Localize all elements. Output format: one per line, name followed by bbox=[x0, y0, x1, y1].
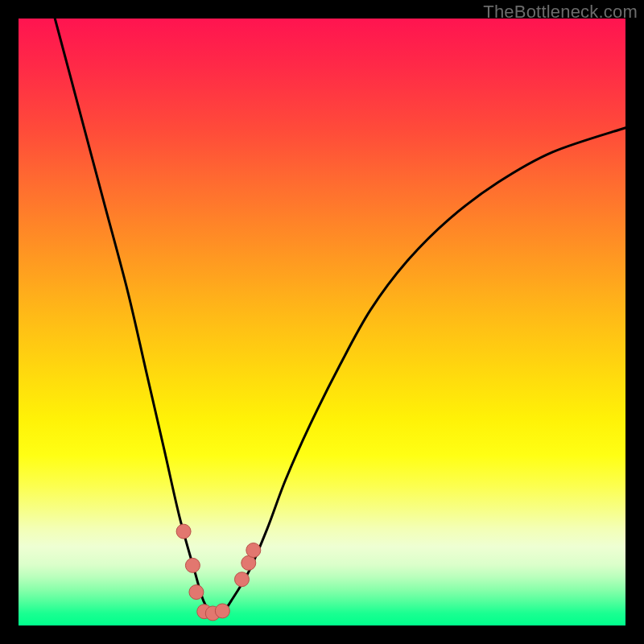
data-marker bbox=[234, 572, 249, 587]
data-marker bbox=[185, 558, 200, 572]
data-marker bbox=[242, 555, 256, 570]
watermark-text: TheBottleneck.com bbox=[483, 2, 638, 23]
data-marker bbox=[189, 585, 204, 600]
data-marker bbox=[246, 543, 261, 558]
bottleneck-curve bbox=[19, 19, 625, 625]
bottleneck-curve-path bbox=[55, 19, 625, 615]
chart-frame: TheBottleneck.com bbox=[0, 0, 644, 644]
data-marker bbox=[176, 524, 191, 539]
plot-area bbox=[19, 19, 625, 625]
data-marker bbox=[215, 604, 229, 618]
